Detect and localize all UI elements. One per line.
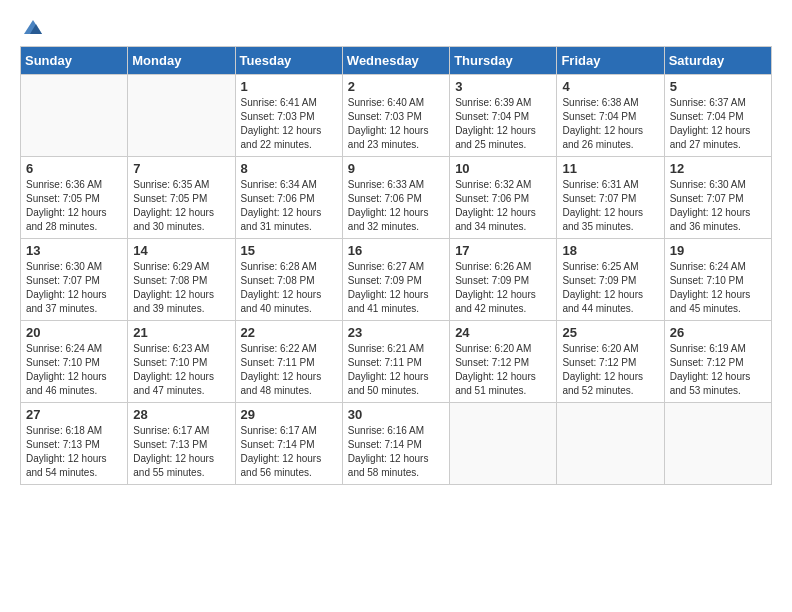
week-row: 6Sunrise: 6:36 AM Sunset: 7:05 PM Daylig… xyxy=(21,157,772,239)
day-detail: Sunrise: 6:39 AM Sunset: 7:04 PM Dayligh… xyxy=(455,96,551,152)
day-cell: 7Sunrise: 6:35 AM Sunset: 7:05 PM Daylig… xyxy=(128,157,235,239)
day-cell: 15Sunrise: 6:28 AM Sunset: 7:08 PM Dayli… xyxy=(235,239,342,321)
day-cell: 22Sunrise: 6:22 AM Sunset: 7:11 PM Dayli… xyxy=(235,321,342,403)
day-detail: Sunrise: 6:34 AM Sunset: 7:06 PM Dayligh… xyxy=(241,178,337,234)
day-cell xyxy=(664,403,771,485)
day-cell: 1Sunrise: 6:41 AM Sunset: 7:03 PM Daylig… xyxy=(235,75,342,157)
day-detail: Sunrise: 6:16 AM Sunset: 7:14 PM Dayligh… xyxy=(348,424,444,480)
day-detail: Sunrise: 6:35 AM Sunset: 7:05 PM Dayligh… xyxy=(133,178,229,234)
day-detail: Sunrise: 6:18 AM Sunset: 7:13 PM Dayligh… xyxy=(26,424,122,480)
day-detail: Sunrise: 6:29 AM Sunset: 7:08 PM Dayligh… xyxy=(133,260,229,316)
week-row: 27Sunrise: 6:18 AM Sunset: 7:13 PM Dayli… xyxy=(21,403,772,485)
day-number: 1 xyxy=(241,79,337,94)
page: SundayMondayTuesdayWednesdayThursdayFrid… xyxy=(0,0,792,612)
day-cell: 3Sunrise: 6:39 AM Sunset: 7:04 PM Daylig… xyxy=(450,75,557,157)
day-number: 8 xyxy=(241,161,337,176)
day-detail: Sunrise: 6:17 AM Sunset: 7:13 PM Dayligh… xyxy=(133,424,229,480)
day-number: 26 xyxy=(670,325,766,340)
day-detail: Sunrise: 6:22 AM Sunset: 7:11 PM Dayligh… xyxy=(241,342,337,398)
day-cell: 4Sunrise: 6:38 AM Sunset: 7:04 PM Daylig… xyxy=(557,75,664,157)
day-number: 20 xyxy=(26,325,122,340)
day-detail: Sunrise: 6:25 AM Sunset: 7:09 PM Dayligh… xyxy=(562,260,658,316)
day-detail: Sunrise: 6:17 AM Sunset: 7:14 PM Dayligh… xyxy=(241,424,337,480)
day-detail: Sunrise: 6:33 AM Sunset: 7:06 PM Dayligh… xyxy=(348,178,444,234)
day-number: 28 xyxy=(133,407,229,422)
day-number: 13 xyxy=(26,243,122,258)
day-cell xyxy=(21,75,128,157)
day-cell: 17Sunrise: 6:26 AM Sunset: 7:09 PM Dayli… xyxy=(450,239,557,321)
day-cell: 6Sunrise: 6:36 AM Sunset: 7:05 PM Daylig… xyxy=(21,157,128,239)
day-cell: 25Sunrise: 6:20 AM Sunset: 7:12 PM Dayli… xyxy=(557,321,664,403)
day-detail: Sunrise: 6:37 AM Sunset: 7:04 PM Dayligh… xyxy=(670,96,766,152)
day-number: 15 xyxy=(241,243,337,258)
header-day-wednesday: Wednesday xyxy=(342,47,449,75)
day-cell: 14Sunrise: 6:29 AM Sunset: 7:08 PM Dayli… xyxy=(128,239,235,321)
day-cell: 11Sunrise: 6:31 AM Sunset: 7:07 PM Dayli… xyxy=(557,157,664,239)
day-detail: Sunrise: 6:36 AM Sunset: 7:05 PM Dayligh… xyxy=(26,178,122,234)
day-cell: 28Sunrise: 6:17 AM Sunset: 7:13 PM Dayli… xyxy=(128,403,235,485)
day-detail: Sunrise: 6:19 AM Sunset: 7:12 PM Dayligh… xyxy=(670,342,766,398)
day-cell: 18Sunrise: 6:25 AM Sunset: 7:09 PM Dayli… xyxy=(557,239,664,321)
logo-icon xyxy=(22,16,44,38)
day-number: 19 xyxy=(670,243,766,258)
day-number: 11 xyxy=(562,161,658,176)
day-number: 2 xyxy=(348,79,444,94)
day-detail: Sunrise: 6:27 AM Sunset: 7:09 PM Dayligh… xyxy=(348,260,444,316)
day-number: 12 xyxy=(670,161,766,176)
day-number: 16 xyxy=(348,243,444,258)
day-detail: Sunrise: 6:28 AM Sunset: 7:08 PM Dayligh… xyxy=(241,260,337,316)
day-cell: 24Sunrise: 6:20 AM Sunset: 7:12 PM Dayli… xyxy=(450,321,557,403)
header-day-monday: Monday xyxy=(128,47,235,75)
day-cell: 5Sunrise: 6:37 AM Sunset: 7:04 PM Daylig… xyxy=(664,75,771,157)
header-day-saturday: Saturday xyxy=(664,47,771,75)
day-cell xyxy=(557,403,664,485)
day-detail: Sunrise: 6:30 AM Sunset: 7:07 PM Dayligh… xyxy=(670,178,766,234)
day-cell xyxy=(128,75,235,157)
day-detail: Sunrise: 6:24 AM Sunset: 7:10 PM Dayligh… xyxy=(670,260,766,316)
day-cell: 8Sunrise: 6:34 AM Sunset: 7:06 PM Daylig… xyxy=(235,157,342,239)
day-detail: Sunrise: 6:30 AM Sunset: 7:07 PM Dayligh… xyxy=(26,260,122,316)
day-cell: 29Sunrise: 6:17 AM Sunset: 7:14 PM Dayli… xyxy=(235,403,342,485)
calendar-table: SundayMondayTuesdayWednesdayThursdayFrid… xyxy=(20,46,772,485)
logo xyxy=(20,16,44,38)
day-cell xyxy=(450,403,557,485)
day-cell: 16Sunrise: 6:27 AM Sunset: 7:09 PM Dayli… xyxy=(342,239,449,321)
day-detail: Sunrise: 6:21 AM Sunset: 7:11 PM Dayligh… xyxy=(348,342,444,398)
day-detail: Sunrise: 6:23 AM Sunset: 7:10 PM Dayligh… xyxy=(133,342,229,398)
day-number: 27 xyxy=(26,407,122,422)
day-number: 3 xyxy=(455,79,551,94)
day-number: 7 xyxy=(133,161,229,176)
day-detail: Sunrise: 6:41 AM Sunset: 7:03 PM Dayligh… xyxy=(241,96,337,152)
day-detail: Sunrise: 6:24 AM Sunset: 7:10 PM Dayligh… xyxy=(26,342,122,398)
day-number: 18 xyxy=(562,243,658,258)
day-cell: 12Sunrise: 6:30 AM Sunset: 7:07 PM Dayli… xyxy=(664,157,771,239)
day-detail: Sunrise: 6:20 AM Sunset: 7:12 PM Dayligh… xyxy=(455,342,551,398)
day-number: 23 xyxy=(348,325,444,340)
day-cell: 19Sunrise: 6:24 AM Sunset: 7:10 PM Dayli… xyxy=(664,239,771,321)
day-detail: Sunrise: 6:26 AM Sunset: 7:09 PM Dayligh… xyxy=(455,260,551,316)
day-number: 10 xyxy=(455,161,551,176)
day-number: 22 xyxy=(241,325,337,340)
day-cell: 23Sunrise: 6:21 AM Sunset: 7:11 PM Dayli… xyxy=(342,321,449,403)
day-cell: 30Sunrise: 6:16 AM Sunset: 7:14 PM Dayli… xyxy=(342,403,449,485)
day-cell: 10Sunrise: 6:32 AM Sunset: 7:06 PM Dayli… xyxy=(450,157,557,239)
day-cell: 26Sunrise: 6:19 AM Sunset: 7:12 PM Dayli… xyxy=(664,321,771,403)
week-row: 13Sunrise: 6:30 AM Sunset: 7:07 PM Dayli… xyxy=(21,239,772,321)
day-number: 6 xyxy=(26,161,122,176)
day-number: 5 xyxy=(670,79,766,94)
header-day-thursday: Thursday xyxy=(450,47,557,75)
day-cell: 2Sunrise: 6:40 AM Sunset: 7:03 PM Daylig… xyxy=(342,75,449,157)
week-row: 20Sunrise: 6:24 AM Sunset: 7:10 PM Dayli… xyxy=(21,321,772,403)
header-day-tuesday: Tuesday xyxy=(235,47,342,75)
day-number: 30 xyxy=(348,407,444,422)
day-detail: Sunrise: 6:32 AM Sunset: 7:06 PM Dayligh… xyxy=(455,178,551,234)
day-cell: 27Sunrise: 6:18 AM Sunset: 7:13 PM Dayli… xyxy=(21,403,128,485)
day-detail: Sunrise: 6:38 AM Sunset: 7:04 PM Dayligh… xyxy=(562,96,658,152)
day-number: 25 xyxy=(562,325,658,340)
day-detail: Sunrise: 6:31 AM Sunset: 7:07 PM Dayligh… xyxy=(562,178,658,234)
day-detail: Sunrise: 6:20 AM Sunset: 7:12 PM Dayligh… xyxy=(562,342,658,398)
day-number: 9 xyxy=(348,161,444,176)
day-detail: Sunrise: 6:40 AM Sunset: 7:03 PM Dayligh… xyxy=(348,96,444,152)
day-number: 14 xyxy=(133,243,229,258)
day-number: 24 xyxy=(455,325,551,340)
